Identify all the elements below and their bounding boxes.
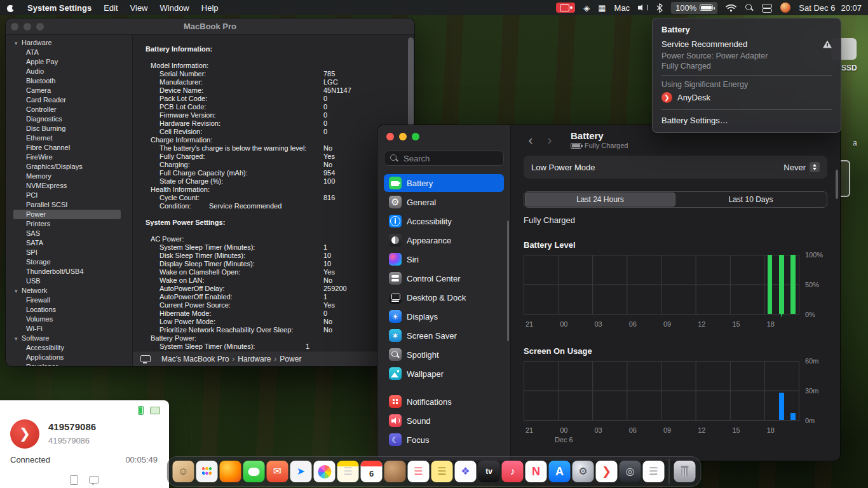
settings-sidebar-item[interactable]: Desktop & Dock	[384, 288, 504, 306]
sidebar-item[interactable]: Printers	[6, 219, 132, 229]
settings-sidebar-item[interactable]: Screen Saver	[384, 327, 504, 344]
textedit-icon[interactable]: ☰	[643, 461, 665, 482]
sidebar-item[interactable]: Card Reader	[6, 95, 132, 105]
anydesk-id-primary[interactable]: 419579086	[48, 421, 96, 432]
calendar-icon[interactable]: 6	[361, 461, 383, 482]
sidebar-item[interactable]: Memory	[6, 172, 132, 181]
sidebar-item[interactable]: Firewall	[6, 295, 132, 305]
volume-icon[interactable]	[638, 3, 648, 12]
settings-sidebar-item[interactable]: Accessibility	[384, 212, 504, 230]
sidebar-item[interactable]: Audio	[6, 67, 132, 76]
content-scrollbar-thumb[interactable]	[836, 170, 838, 199]
trash-icon[interactable]	[674, 461, 696, 482]
system-settings-icon[interactable]: ⚙	[573, 461, 594, 482]
sidebar-item[interactable]: Volumes	[6, 315, 132, 324]
back-chevron-icon[interactable]: ‹	[524, 132, 538, 148]
user-avatar[interactable]	[780, 3, 790, 13]
settings-sidebar-item[interactable]: Focus	[384, 431, 504, 449]
settings-sidebar-item[interactable]: General	[384, 193, 504, 211]
history-tab[interactable]: Last 10 Days	[675, 193, 826, 207]
energy-app-row[interactable]: ❯ AnyDesk	[653, 90, 841, 105]
close-button[interactable]	[386, 133, 394, 140]
settings-sidebar-item[interactable]: Notifications	[384, 393, 504, 410]
sidebar-item[interactable]: Software	[6, 334, 132, 343]
settings-sidebar-item[interactable]: Sound	[384, 412, 504, 430]
firefox-icon[interactable]	[220, 461, 241, 482]
sidebar-item[interactable]: Wi-Fi	[6, 324, 132, 334]
finder-icon[interactable]: ☺	[173, 461, 194, 482]
news-icon[interactable]: N	[526, 461, 547, 482]
forward-chevron-icon[interactable]: ›	[543, 132, 557, 148]
sidebar-item[interactable]: Applications	[6, 353, 132, 362]
messages-icon[interactable]	[243, 461, 265, 482]
settings-sidebar-item[interactable]	[384, 384, 504, 391]
sidebar-item[interactable]: Diagnostics	[6, 114, 132, 124]
mail-icon[interactable]: ✉	[267, 461, 288, 482]
history-tab[interactable]: Last 24 Hours	[525, 193, 675, 207]
photos-icon[interactable]	[314, 461, 336, 482]
breadcrumb-item[interactable]: › Hardware	[229, 355, 271, 363]
input-source-icon[interactable]: ▦	[598, 3, 606, 13]
sidebar-item[interactable]: NVMExpress	[6, 181, 132, 191]
sidebar-item[interactable]: Hardware	[6, 38, 132, 48]
sidebar-item[interactable]: Apple Pay	[6, 57, 132, 67]
app-store-icon[interactable]: A	[549, 461, 571, 482]
automator-icon[interactable]: ◎	[620, 461, 641, 482]
file-transfer-icon[interactable]	[70, 475, 78, 485]
settings-sidebar-item[interactable]: Control Center	[384, 269, 504, 287]
menu-bar-clock[interactable]: Sat Dec 6 20:07	[799, 3, 862, 13]
battery-menubar-item[interactable]: 100%	[671, 2, 717, 14]
sidebar-item[interactable]: ATA	[6, 48, 132, 57]
sidebar-item[interactable]: Locations	[6, 305, 132, 315]
sidebar-item[interactable]: Thunderbolt/USB4	[6, 267, 132, 276]
sidebar-item[interactable]: Bluetooth	[6, 76, 132, 86]
sidebar-item[interactable]: Graphics/Displays	[6, 162, 132, 172]
sidebar-item[interactable]: Disc Burning	[6, 124, 132, 133]
sidebar-item[interactable]: SPI	[6, 248, 132, 257]
sidebar-item[interactable]: Ethernet	[6, 133, 132, 143]
sidebar-item[interactable]: Fibre Channel	[6, 143, 132, 152]
maps-icon[interactable]: ➤	[290, 461, 312, 482]
minimize-button[interactable]	[399, 133, 407, 140]
settings-sidebar-item[interactable]: Displays	[384, 308, 504, 325]
chat-icon[interactable]	[89, 476, 99, 484]
bluetooth-icon[interactable]	[656, 3, 663, 13]
reminders-icon[interactable]: ☰	[408, 461, 430, 482]
settings-sidebar-item[interactable]: Spotlight	[384, 346, 504, 363]
menu-bar-item[interactable]: View	[130, 3, 148, 13]
system-information-titlebar[interactable]: MacBook Pro	[6, 18, 414, 35]
sidebar-item[interactable]: Camera	[6, 86, 132, 95]
sidebar-item[interactable]: Network	[6, 286, 132, 295]
screen-recording-indicator[interactable]	[556, 3, 575, 13]
sidebar-item[interactable]: SAS	[6, 229, 132, 238]
anydesk-menubar-icon[interactable]: ◈	[583, 3, 590, 13]
search-field[interactable]	[384, 151, 504, 166]
desktop-partial-label[interactable]: a	[853, 139, 857, 147]
sidebar-item[interactable]: Accessibility	[6, 343, 132, 353]
search-input[interactable]	[402, 153, 498, 164]
zoom-button[interactable]	[412, 133, 419, 140]
settings-sidebar-item[interactable]: Siri	[384, 250, 504, 268]
sidebar-item[interactable]: PCI	[6, 191, 132, 200]
stickies-icon[interactable]: ☰	[431, 461, 453, 482]
apple-tv-icon[interactable]: tv	[478, 461, 500, 482]
sidebar-item[interactable]: USB	[6, 276, 132, 286]
input-source-label[interactable]: Mac	[614, 3, 630, 13]
settings-sidebar-item[interactable]: Battery	[384, 174, 504, 192]
launchpad-icon[interactable]	[196, 461, 218, 482]
desktop-ssd-label[interactable]: SSD	[841, 64, 857, 72]
menu-bar-item[interactable]: Edit	[104, 3, 118, 13]
settings-sidebar-item[interactable]: Wallpaper	[384, 365, 504, 383]
sidebar-item[interactable]: SATA	[6, 238, 132, 248]
settings-sidebar-item[interactable]: Appearance	[384, 231, 504, 249]
music-icon[interactable]: ♪	[502, 461, 524, 482]
sidebar-scrollbar-thumb[interactable]	[507, 220, 509, 341]
menu-bar-item[interactable]: Window	[160, 3, 189, 13]
apple-menu-icon[interactable]	[6, 3, 15, 13]
breadcrumb-item[interactable]: Mac's MacBook Pro	[155, 355, 229, 363]
freeform-icon[interactable]: ❖	[455, 461, 477, 482]
round-brown-app-icon[interactable]	[384, 461, 406, 482]
anydesk-icon[interactable]: ❯	[596, 461, 618, 482]
wifi-icon[interactable]	[726, 4, 736, 12]
notes-icon[interactable]: ☰	[337, 461, 359, 482]
